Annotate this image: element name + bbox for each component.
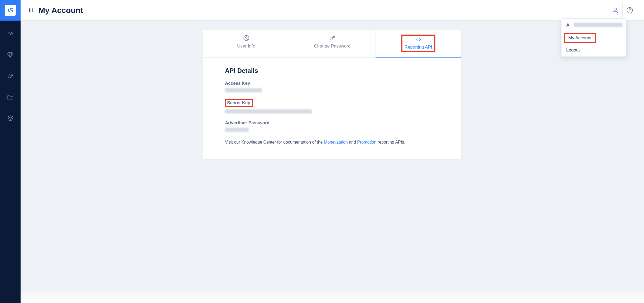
svg-point-4: [614, 8, 616, 10]
sidebar-toggle[interactable]: [28, 7, 34, 13]
sidebar-item-dashboard[interactable]: [4, 28, 16, 40]
user-icon: [612, 7, 619, 14]
help-button[interactable]: [622, 3, 637, 17]
tab-label: Reporting API: [405, 45, 432, 50]
tab-user-info[interactable]: User Info: [203, 30, 289, 57]
svg-point-3: [11, 75, 12, 75]
footnote: Visit our Knowledge Center for documenta…: [225, 140, 440, 145]
user-circle-icon: [243, 35, 250, 41]
field-secret-key: Secret Key: [225, 99, 440, 113]
user-icon: [565, 22, 571, 28]
svg-point-7: [567, 23, 569, 25]
svg-point-9: [245, 37, 247, 39]
dropdown-item-logout[interactable]: Logout: [561, 44, 626, 56]
secret-key-redacted: [225, 109, 312, 113]
link-monetization[interactable]: Monetization: [324, 140, 348, 144]
footnote-text: Visit our Knowledge Center for documenta…: [225, 140, 324, 144]
tab-label: Change Password: [292, 44, 372, 49]
key-icon: [329, 35, 336, 41]
bottom-fade: [21, 287, 644, 303]
api-details-body: API Details Access Key Secret Key Advert…: [203, 58, 461, 159]
footnote-text: and: [348, 140, 357, 144]
tab-reporting-api[interactable]: Reporting API: [376, 30, 461, 57]
brand-logo[interactable]: iS: [0, 0, 21, 21]
dropdown-user-row: [561, 19, 626, 31]
user-email-redacted: [574, 23, 623, 27]
field-label: Advertiser Password: [225, 120, 440, 126]
svg-text:iS: iS: [7, 7, 13, 14]
help-icon: [626, 7, 633, 14]
account-dropdown: My Account Logout: [561, 18, 627, 57]
diamond-icon: [7, 51, 14, 58]
field-advertiser-password: Advertiser Password: [225, 120, 440, 132]
sidebar-item-promote[interactable]: [4, 70, 16, 82]
field-label: Secret Key: [227, 100, 250, 105]
link-promotion[interactable]: Promotion: [357, 140, 376, 144]
svg-point-2: [10, 34, 11, 35]
highlight-box-reporting-api: Reporting API: [401, 35, 435, 52]
advertiser-password-redacted: [225, 128, 249, 132]
field-access-key: Access Key: [225, 81, 440, 92]
section-heading: API Details: [225, 67, 440, 74]
columns-icon: [28, 7, 34, 13]
page-title: My Account: [39, 6, 83, 15]
topbar: My Account My Account Logout: [21, 0, 644, 21]
field-label: Access Key: [225, 81, 440, 86]
tab-change-password[interactable]: Change Password: [289, 30, 375, 57]
folder-icon: [7, 94, 14, 101]
gauge-icon: [7, 30, 14, 37]
sidebar-item-monetize[interactable]: [4, 49, 16, 61]
sidebar: iS: [0, 0, 21, 303]
is-logo-icon: iS: [4, 4, 16, 16]
layers-icon: [7, 115, 14, 122]
dropdown-item-my-account[interactable]: My Account: [565, 34, 595, 42]
footnote-text: reporting APIs.: [376, 140, 405, 144]
svg-point-6: [629, 11, 630, 12]
svg-point-10: [330, 38, 332, 40]
highlight-box-secret-key: Secret Key: [225, 99, 253, 107]
account-menu-button[interactable]: [608, 3, 622, 17]
account-panel: User Info Change Password Reporting API: [203, 30, 462, 160]
highlight-box-my-account: My Account: [564, 33, 596, 43]
sidebar-item-apps[interactable]: [4, 91, 16, 103]
access-key-redacted: [225, 88, 262, 92]
rocket-icon: [7, 73, 14, 79]
code-icon: [415, 36, 422, 43]
tab-label: User Info: [206, 44, 286, 49]
sidebar-item-stack[interactable]: [4, 112, 16, 124]
tabs: User Info Change Password Reporting API: [203, 30, 461, 58]
